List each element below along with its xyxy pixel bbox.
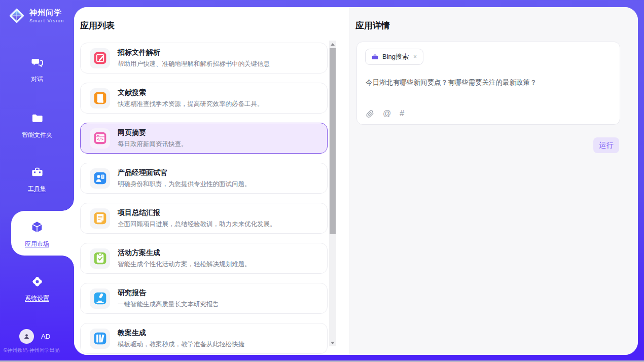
app-name: 研究报告	[118, 288, 219, 298]
input-toolbar: @ #	[366, 109, 404, 118]
app-description: 每日政府新闻资讯快查。	[118, 140, 188, 149]
diamond-logo-icon	[8, 7, 25, 24]
scrollbar-up-button[interactable]	[329, 41, 336, 48]
app-description: 一键智能生成高质量长文本研究报告	[118, 300, 219, 309]
app-card[interactable]: 文献搜索快速精准查找学术资源，提高研究效率的必备工具。	[80, 83, 328, 114]
person-icon	[22, 332, 31, 341]
svg-text:</>: </>	[97, 137, 104, 141]
sidebar-item-label: 系统设置	[25, 294, 49, 303]
edit-doc-icon	[90, 48, 110, 68]
app-description: 明确身份和职责，为您提供专业性的面试问题。	[118, 180, 251, 189]
app-card-text: 研究报告一键智能生成高质量长文本研究报告	[118, 288, 219, 309]
sidebar-item-label: 工具集	[28, 185, 46, 193]
chat-icon	[30, 56, 44, 71]
app-card[interactable]: 招标文件解析帮助用户快速、准确地理解和解析招标书中的关键信息	[80, 43, 328, 74]
run-button[interactable]: 运行	[593, 137, 619, 153]
sidebar-item-label: 智能文件夹	[22, 131, 52, 139]
sidebar-item-label: 对话	[31, 75, 43, 84]
copyright-footer: ©神州数码·神州问学出品	[4, 347, 60, 354]
app-description: 智能生成个性化活动方案，轻松解决规划难题。	[118, 260, 251, 269]
query-input[interactable]: 今日湖北有哪些新闻要点？有哪些需要关注的最新政策？	[366, 78, 609, 88]
app-name: 项目总结汇报	[118, 208, 276, 218]
app-name: 招标文件解析	[118, 48, 270, 57]
attachment-icon[interactable]	[366, 110, 374, 118]
app-card-text: 教案生成模板驱动，教案秒成，教学准备从此轻松快捷	[118, 329, 244, 349]
app-list-panel: 应用列表 招标文件解析帮助用户快速、准确地理解和解析招标书中的关键信息文献搜索快…	[74, 7, 349, 355]
sidebar: 神州问学 Smart Vision 对话 智能文件夹 工具集 应用市场 系统设置	[0, 0, 74, 362]
cube-icon	[30, 220, 44, 236]
app-name: 教案生成	[118, 329, 244, 338]
app-card[interactable]: 项目总结汇报全面回顾项目进展，总结经验教训，助力未来优化发展。	[80, 203, 328, 234]
app-description: 帮助用户快速、准确地理解和解析招标书中的关键信息	[118, 60, 270, 68]
brand-logo: 神州问学 Smart Vision	[8, 7, 64, 24]
app-description: 快速精准查找学术资源，提高研究效率的必备工具。	[118, 100, 264, 108]
list-scrollbar[interactable]	[329, 41, 336, 346]
note-icon	[90, 208, 110, 229]
app-card-text: 活动方案生成智能生成个性化活动方案，轻松解决规划难题。	[118, 248, 251, 269]
app-card[interactable]: 产品经理面试官明确身份和职责，为您提供专业性的面试问题。	[80, 163, 328, 194]
app-detail-title: 应用详情	[355, 20, 390, 31]
app-name: 活动方案生成	[118, 248, 251, 258]
brand-subtitle: Smart Vision	[29, 18, 64, 23]
app-card-text: 项目总结汇报全面回顾项目进展，总结经验教训，助力未来优化发展。	[118, 208, 276, 229]
sidebar-item-settings[interactable]: 系统设置	[0, 275, 74, 303]
interview-icon	[90, 168, 110, 189]
app-description: 全面回顾项目进展，总结经验教训，助力未来优化发展。	[118, 220, 276, 229]
app-name: 网页摘要	[118, 128, 188, 137]
app-description: 模板驱动，教案秒成，教学准备从此轻松快捷	[118, 340, 244, 349]
briefcase-icon	[371, 53, 379, 61]
microscope-icon	[90, 288, 110, 309]
books-icon	[90, 329, 110, 349]
mention-icon[interactable]: @	[383, 109, 391, 118]
clipboard-icon	[90, 248, 110, 269]
sidebar-item-app-market[interactable]: 应用市场	[0, 220, 74, 248]
scrollbar-down-button[interactable]	[329, 339, 336, 346]
hash-icon[interactable]: #	[400, 109, 404, 118]
gear-icon	[30, 275, 44, 291]
app-card-text: 文献搜索快速精准查找学术资源，提高研究效率的必备工具。	[118, 88, 264, 108]
app-card[interactable]: </>网页摘要每日政府新闻资讯快查。	[80, 123, 328, 154]
book-icon	[90, 88, 110, 108]
folder-icon	[30, 112, 44, 127]
main-window: 应用列表 招标文件解析帮助用户快速、准确地理解和解析招标书中的关键信息文献搜索快…	[74, 7, 638, 355]
app-detail-panel: 应用详情 Bing搜索 × 今日湖北有哪些新闻要点？有哪些需要关注的最新政策？ …	[349, 7, 638, 355]
app-name: 产品经理面试官	[118, 168, 251, 177]
prompt-editor-card[interactable]: Bing搜索 × 今日湖北有哪些新闻要点？有哪些需要关注的最新政策？ @ #	[356, 42, 620, 125]
brand-name: 神州问学	[29, 8, 64, 18]
toolbox-icon	[30, 165, 44, 181]
avatar	[19, 329, 34, 344]
user-name: AD	[41, 333, 50, 340]
app-card[interactable]: 研究报告一键智能生成高质量长文本研究报告	[80, 283, 328, 314]
sidebar-item-toolset[interactable]: 工具集	[0, 165, 74, 193]
app-card[interactable]: 活动方案生成智能生成个性化活动方案，轻松解决规划难题。	[80, 243, 328, 274]
sidebar-item-smart-folder[interactable]: 智能文件夹	[0, 112, 74, 139]
scrollbar-thumb[interactable]	[330, 48, 336, 234]
app-list: 招标文件解析帮助用户快速、准确地理解和解析招标书中的关键信息文献搜索快速精准查找…	[80, 43, 328, 355]
app-card[interactable]: 教案生成模板驱动，教案秒成，教学准备从此轻松快捷	[80, 323, 328, 354]
app-card-text: 网页摘要每日政府新闻资讯快查。	[118, 128, 188, 149]
sidebar-item-chat[interactable]: 对话	[0, 56, 74, 84]
tag-close-icon[interactable]: ×	[412, 53, 418, 61]
app-card-text: 产品经理面试官明确身份和职责，为您提供专业性的面试问题。	[118, 168, 251, 189]
sidebar-item-label: 应用市场	[25, 240, 49, 248]
app-name: 文献搜索	[118, 88, 264, 97]
tool-tag-label: Bing搜索	[382, 52, 409, 61]
app-card-text: 招标文件解析帮助用户快速、准确地理解和解析招标书中的关键信息	[118, 48, 270, 68]
app-list-title: 应用列表	[80, 20, 115, 31]
webpage-icon: </>	[90, 128, 110, 149]
tool-tag-bing-search[interactable]: Bing搜索 ×	[365, 49, 423, 65]
user-account[interactable]: AD	[19, 329, 50, 344]
